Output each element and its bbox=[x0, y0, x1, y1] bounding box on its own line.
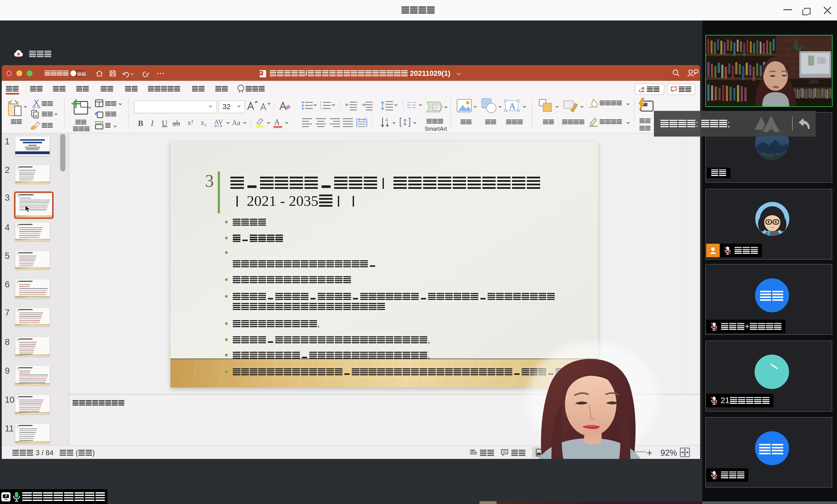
svg-text:2: 2 bbox=[320, 104, 321, 107]
svg-text:A: A bbox=[385, 117, 388, 123]
svg-text:3: 3 bbox=[320, 107, 321, 110]
svg-text:A: A bbox=[509, 101, 516, 111]
